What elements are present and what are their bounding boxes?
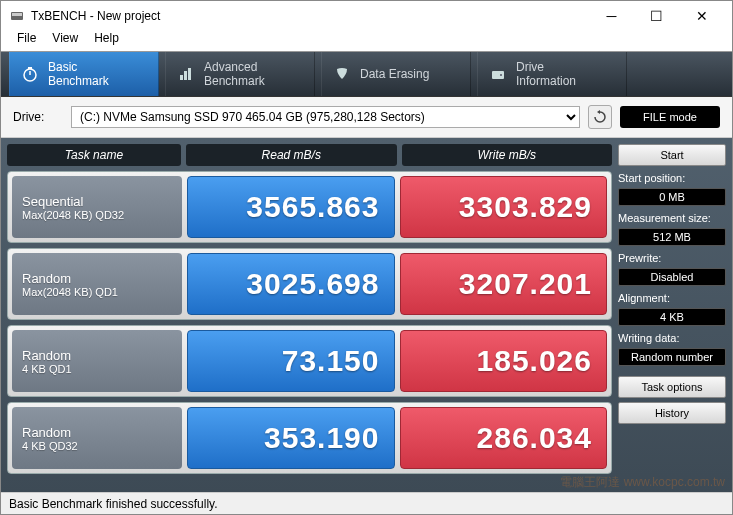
tab-label: Drive Information (516, 60, 576, 89)
start-position-label: Start position: (618, 172, 726, 184)
write-value: 3207.201 (400, 253, 608, 315)
history-button[interactable]: History (618, 402, 726, 424)
read-value: 73.150 (187, 330, 395, 392)
task-options-button[interactable]: Task options (618, 376, 726, 398)
bar-chart-icon (176, 64, 196, 84)
measurement-size-value[interactable]: 512 MB (618, 228, 726, 246)
task-cell: RandomMax(2048 KB) QD1 (12, 253, 182, 315)
erase-icon (332, 64, 352, 84)
close-button[interactable]: ✕ (679, 1, 724, 31)
minimize-button[interactable]: ─ (589, 1, 634, 31)
alignment-label: Alignment: (618, 292, 726, 304)
task-cell: Random4 KB QD32 (12, 407, 182, 469)
task-cell: SequentialMax(2048 KB) QD32 (12, 176, 182, 238)
drive-select[interactable]: (C:) NVMe Samsung SSD 970 465.04 GB (975… (71, 106, 580, 128)
drive-label: Drive: (13, 110, 63, 124)
window-title: TxBENCH - New project (31, 9, 589, 23)
tab-drive-information[interactable]: Drive Information (477, 52, 627, 96)
header-task: Task name (7, 144, 181, 166)
write-value: 286.034 (400, 407, 608, 469)
svg-rect-4 (28, 67, 32, 69)
measurement-size-label: Measurement size: (618, 212, 726, 224)
svg-rect-6 (184, 71, 187, 80)
menu-file[interactable]: File (9, 31, 44, 51)
svg-rect-7 (188, 68, 191, 80)
read-value: 3565.863 (187, 176, 395, 238)
reload-button[interactable] (588, 105, 612, 129)
tab-label: Data Erasing (360, 67, 429, 81)
svg-rect-5 (180, 75, 183, 80)
start-button[interactable]: Start (618, 144, 726, 166)
tab-advanced-benchmark[interactable]: Advanced Benchmark (165, 52, 315, 96)
tab-basic-benchmark[interactable]: Basic Benchmark (9, 52, 159, 96)
write-value: 3303.829 (400, 176, 608, 238)
read-value: 353.190 (187, 407, 395, 469)
tab-data-erasing[interactable]: Data Erasing (321, 52, 471, 96)
task-cell: Random4 KB QD1 (12, 330, 182, 392)
result-row: RandomMax(2048 KB) QD1 3025.698 3207.201 (7, 248, 612, 320)
writing-data-label: Writing data: (618, 332, 726, 344)
prewrite-value[interactable]: Disabled (618, 268, 726, 286)
result-row: SequentialMax(2048 KB) QD32 3565.863 330… (7, 171, 612, 243)
start-position-value[interactable]: 0 MB (618, 188, 726, 206)
tab-label: Basic Benchmark (48, 60, 109, 89)
menu-help[interactable]: Help (86, 31, 127, 51)
svg-rect-8 (492, 71, 504, 79)
maximize-button[interactable]: ☐ (634, 1, 679, 31)
header-write: Write mB/s (402, 144, 613, 166)
svg-point-9 (500, 74, 502, 76)
tab-label: Advanced Benchmark (204, 60, 265, 89)
status-text: Basic Benchmark finished successfully. (9, 497, 218, 511)
result-row: Random4 KB QD32 353.190 286.034 (7, 402, 612, 474)
writing-data-value[interactable]: Random number (618, 348, 726, 366)
app-icon (9, 8, 25, 24)
write-value: 185.026 (400, 330, 608, 392)
menu-view[interactable]: View (44, 31, 86, 51)
drive-icon (488, 64, 508, 84)
header-read: Read mB/s (186, 144, 397, 166)
file-mode-button[interactable]: FILE mode (620, 106, 720, 128)
svg-rect-1 (12, 13, 22, 16)
refresh-icon (593, 110, 607, 124)
result-row: Random4 KB QD1 73.150 185.026 (7, 325, 612, 397)
read-value: 3025.698 (187, 253, 395, 315)
prewrite-label: Prewrite: (618, 252, 726, 264)
stopwatch-icon (20, 64, 40, 84)
alignment-value[interactable]: 4 KB (618, 308, 726, 326)
